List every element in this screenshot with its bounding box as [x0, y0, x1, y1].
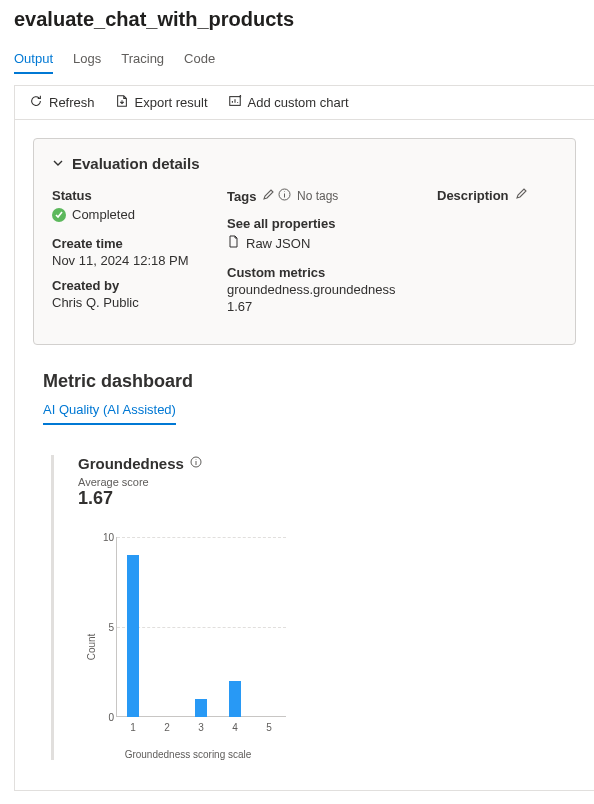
- description-label-row: Description: [437, 188, 527, 203]
- chart-ytick: 10: [86, 532, 114, 543]
- create-time-label: Create time: [52, 236, 197, 251]
- file-icon: [227, 235, 240, 251]
- see-all-properties[interactable]: See all properties: [227, 216, 407, 231]
- tab-output[interactable]: Output: [14, 47, 53, 74]
- tab-logs[interactable]: Logs: [73, 47, 101, 74]
- tags-label-row: Tags: [227, 189, 274, 204]
- chart-bar: [229, 681, 241, 717]
- refresh-icon: [29, 94, 43, 111]
- details-header[interactable]: Evaluation details: [52, 155, 557, 172]
- tab-tracing[interactable]: Tracing: [121, 47, 164, 74]
- chart-title: Groundedness: [78, 455, 184, 472]
- dashboard-title: Metric dashboard: [43, 371, 576, 392]
- dashboard-tabs: AI Quality (AI Assisted): [33, 398, 576, 425]
- info-icon[interactable]: [190, 456, 202, 471]
- refresh-label: Refresh: [49, 95, 95, 110]
- created-by-value: Chris Q. Public: [52, 295, 197, 310]
- primary-tabs: Output Logs Tracing Code: [0, 47, 594, 75]
- chart-ytick: 0: [86, 712, 114, 723]
- raw-json-link[interactable]: Raw JSON: [227, 235, 310, 251]
- status-label: Status: [52, 188, 197, 203]
- evaluation-details-card: Evaluation details Status Completed Crea…: [33, 138, 576, 345]
- edit-icon[interactable]: [262, 189, 274, 204]
- status-value: Completed: [52, 207, 135, 222]
- chart-xtick: 3: [184, 722, 218, 733]
- tags-value: No tags: [278, 188, 338, 204]
- details-title: Evaluation details: [72, 155, 200, 172]
- chart-xtick: 4: [218, 722, 252, 733]
- check-icon: [52, 208, 66, 222]
- add-chart-button[interactable]: Add custom chart: [228, 94, 349, 111]
- add-chart-label: Add custom chart: [248, 95, 349, 110]
- page-title: evaluate_chat_with_products: [14, 8, 594, 31]
- refresh-button[interactable]: Refresh: [29, 94, 95, 111]
- tags-label: Tags: [227, 189, 256, 204]
- chart-ylabel: Count: [86, 634, 97, 661]
- chevron-down-icon: [52, 155, 64, 172]
- chart-icon: [228, 94, 242, 111]
- tab-code[interactable]: Code: [184, 47, 215, 74]
- info-icon: [278, 188, 291, 204]
- export-label: Export result: [135, 95, 208, 110]
- chart-bar: [195, 699, 207, 717]
- create-time-value: Nov 11, 2024 12:18 PM: [52, 253, 197, 268]
- custom-metrics-value: 1.67: [227, 299, 407, 314]
- chart-score: 1.67: [78, 488, 301, 509]
- chart-xtick: 1: [116, 722, 150, 733]
- edit-icon[interactable]: [515, 188, 527, 203]
- chart-bar: [127, 555, 139, 717]
- chart-subtitle: Average score: [78, 476, 301, 488]
- description-label: Description: [437, 188, 509, 203]
- custom-metrics-label: Custom metrics: [227, 265, 407, 280]
- groundedness-bar-chart: Count 12345 0510: [86, 537, 286, 747]
- chart-ytick: 5: [86, 622, 114, 633]
- toolbar: Refresh Export result Add custom chart: [14, 85, 594, 120]
- chart-xlabel: Groundedness scoring scale: [98, 749, 278, 760]
- chart-xtick: 2: [150, 722, 184, 733]
- created-by-label: Created by: [52, 278, 197, 293]
- custom-metrics-name: groundedness.groundedness: [227, 282, 407, 297]
- groundedness-card: Groundedness Average score 1.67 Count 12…: [51, 455, 311, 760]
- export-button[interactable]: Export result: [115, 94, 208, 111]
- chart-xtick: 5: [252, 722, 286, 733]
- export-icon: [115, 94, 129, 111]
- tab-ai-quality[interactable]: AI Quality (AI Assisted): [43, 398, 176, 425]
